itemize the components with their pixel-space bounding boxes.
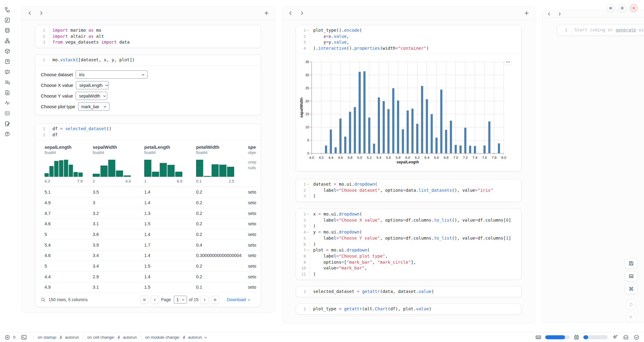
sidebar-file-tree-icon[interactable] xyxy=(5,7,10,12)
code-cell-dataset-dropdown[interactable]: 1dataset = mo.ui.dropdown(2 label="Choos… xyxy=(296,179,521,202)
next-page-button[interactable] xyxy=(201,296,209,304)
chart-options-button[interactable]: ••• xyxy=(504,59,512,65)
code-cell-dataframe[interactable]: 1df = selected_dataset()2df sepalLengthf… xyxy=(35,123,261,307)
sidebar-chat-icon[interactable] xyxy=(5,69,10,75)
download-button[interactable]: Download xyxy=(225,297,252,302)
code-editor[interactable]: 1import marimo as mo2import altair as al… xyxy=(35,25,261,48)
scroll-left-button[interactable] xyxy=(27,10,33,16)
choose-dataset-select[interactable]: iris xyxy=(76,70,148,79)
column-header-sepalWidth[interactable]: sepalWidthfloat6424.4 xyxy=(89,144,140,183)
error-count-button[interactable] xyxy=(4,334,10,341)
autorun-setting-2[interactable]: on cell change:autorun xyxy=(87,335,137,340)
table-row[interactable]: 5.13.51.40.2setos xyxy=(41,187,256,198)
fold-caret-icon[interactable] xyxy=(306,181,310,187)
code-cell-plot-type[interactable]: 1plot_type = getattr(alt.Chart(df), plot… xyxy=(296,304,521,315)
autorun-setting-1[interactable]: on startup:autorun xyxy=(38,335,79,340)
code-cell-ui-dropdowns[interactable]: 1x = mo.ui.dropdown(2 label="Choose X va… xyxy=(296,209,521,280)
select-value: iris xyxy=(79,72,84,77)
table-cell: 1.5 xyxy=(140,264,192,269)
sidebar-activity-icon[interactable] xyxy=(5,100,10,106)
column-histogram[interactable] xyxy=(144,159,182,177)
prev-page-button[interactable] xyxy=(151,296,159,304)
sidebar-document-icon[interactable] xyxy=(5,90,10,95)
code-editor[interactable]: 1dataset = mo.ui.dropdown(2 label="Choos… xyxy=(296,179,521,201)
choose-x-value-select[interactable]: sepalLength xyxy=(76,81,109,89)
close-panel-button[interactable] xyxy=(630,4,638,12)
fold-caret-icon[interactable] xyxy=(306,27,310,34)
table-row[interactable]: 5.43.91.70.4setos xyxy=(41,240,256,251)
sidebar-search-list-icon[interactable] xyxy=(5,80,10,85)
add-cell-button[interactable] xyxy=(263,10,270,16)
scroll-right-button[interactable] xyxy=(299,10,305,16)
sidebar-package-icon[interactable] xyxy=(5,48,10,54)
sidebar-script-icon[interactable] xyxy=(5,59,10,64)
scroll-right-button[interactable] xyxy=(557,11,562,17)
code-editor[interactable]: 1x = mo.ui.dropdown(2 label="Choose X va… xyxy=(296,209,521,280)
scratch-code-cell[interactable]: 1 Start coding or generate with AI xyxy=(557,25,644,36)
code-editor[interactable]: 1plot_type = getattr(alt.Chart(df), plot… xyxy=(296,304,521,314)
sidebar-database-icon[interactable] xyxy=(5,28,10,33)
table-row[interactable]: 4.63.11.50.2setos xyxy=(41,219,256,229)
scroll-right-button[interactable] xyxy=(38,10,45,16)
autorun-setting-3[interactable]: on module change:autorun xyxy=(145,335,208,340)
table-row[interactable]: 4.73.21.30.2setos xyxy=(41,208,256,219)
terminal-button[interactable] xyxy=(21,334,27,341)
code-cell-plot[interactable]: 1plot_type().encode(2 x=x.value,3 y=y.va… xyxy=(296,25,521,171)
last-page-button[interactable] xyxy=(211,296,219,304)
table-row[interactable]: 53.61.40.2setos xyxy=(41,229,256,240)
column-header-speci[interactable]: speciobjecuniqunulls: xyxy=(244,144,256,183)
svg-text:4.6: 4.6 xyxy=(338,156,343,159)
stop-kernel-button[interactable] xyxy=(626,299,636,310)
keyboard-shortcuts-button[interactable]: ⌘ xyxy=(625,284,638,294)
code-cell-vstack[interactable]: 1mo.vstack([dataset, x, y, plot]) Choose… xyxy=(35,55,261,116)
scroll-left-button[interactable] xyxy=(287,10,294,16)
layout-toggle-button[interactable] xyxy=(625,271,638,281)
choose-plot-type-select[interactable]: mark_bar xyxy=(78,102,109,111)
choose-y-value-select[interactable]: sepalWidth xyxy=(76,92,107,100)
sidebar-notebook-icon[interactable] xyxy=(5,121,10,126)
settings-button[interactable] xyxy=(618,4,626,12)
code-editor[interactable]: 1selected_dataset = getattr(data, datase… xyxy=(296,287,521,297)
sidebar-snippet-icon[interactable] xyxy=(5,111,10,116)
column-histogram[interactable] xyxy=(196,159,234,177)
ai-assist-button[interactable] xyxy=(612,334,618,341)
first-page-button[interactable] xyxy=(140,296,148,304)
connection-status-button[interactable] xyxy=(633,334,640,341)
svg-text:6.0: 6.0 xyxy=(405,156,410,159)
column-histogram[interactable] xyxy=(93,159,131,177)
column-header-petalLength[interactable]: petalLengthfloat6416.9 xyxy=(140,144,192,183)
sidebar-help-icon[interactable] xyxy=(5,131,10,137)
assistant-button[interactable] xyxy=(622,334,629,341)
column-header-petalWidth[interactable]: petalWidthfloat640.12.5 xyxy=(192,144,244,183)
code-cell-imports[interactable]: 1import marimo as mo2import altair as al… xyxy=(35,25,261,48)
code-editor[interactable]: 1 Start coding or generate with AI xyxy=(557,25,644,35)
chevron-down-icon xyxy=(103,105,107,109)
search-icon[interactable] xyxy=(41,297,46,302)
code-cell-selected-dataset[interactable]: 1selected_dataset = getattr(data, datase… xyxy=(296,286,521,297)
fold-caret-icon[interactable] xyxy=(306,247,310,253)
column-histogram[interactable] xyxy=(45,159,83,177)
table-row[interactable]: 53.41.50.2setos xyxy=(41,261,256,272)
run-all-button[interactable] xyxy=(626,312,636,322)
sidebar-sitemap-icon[interactable] xyxy=(5,38,10,44)
sidebar-function-icon[interactable] xyxy=(5,17,10,23)
table-cell: 1.5 xyxy=(140,221,192,226)
dataframe-table: sepalLengthfloat644.37.9sepalWidthfloat6… xyxy=(41,140,256,293)
save-notebook-button[interactable] xyxy=(625,258,638,269)
column-header-sepalLength[interactable]: sepalLengthfloat644.37.9 xyxy=(41,144,89,183)
code-editor[interactable]: 1df = selected_dataset()2df xyxy=(35,124,261,140)
generate-with-ai-link[interactable]: generate xyxy=(616,27,636,32)
scroll-left-button[interactable] xyxy=(546,11,552,17)
code-editor[interactable]: 1plot_type().encode(2 x=x.value,3 y=y.va… xyxy=(296,25,521,54)
table-row[interactable]: 4.42.91.40.2setos xyxy=(41,272,256,282)
table-row[interactable]: 4.63.41.40.30000000000000004setos xyxy=(41,251,256,261)
fold-caret-icon[interactable] xyxy=(306,211,310,217)
panel-menu-button[interactable] xyxy=(606,4,615,12)
add-cell-button[interactable] xyxy=(523,10,530,16)
table-row[interactable]: 4.931.40.2setos xyxy=(41,198,256,208)
page-select[interactable]: 1 xyxy=(174,296,187,304)
fold-caret-icon[interactable] xyxy=(306,229,310,235)
code-editor[interactable]: 1mo.vstack([dataset, x, y, plot]) xyxy=(35,55,261,65)
sepal-bar-chart[interactable]: 4.04.24.44.64.85.05.25.45.65.86.06.26.46… xyxy=(299,59,513,166)
table-row[interactable]: 4.93.11.50.1setos xyxy=(41,282,256,293)
